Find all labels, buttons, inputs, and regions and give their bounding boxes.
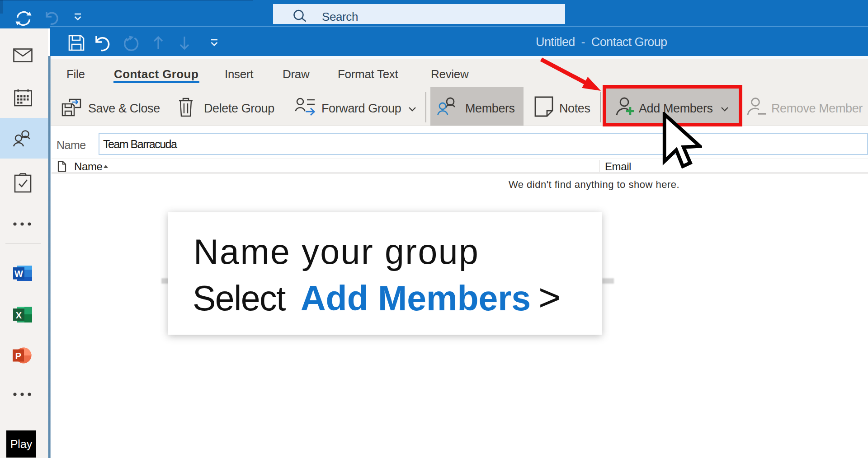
svg-text:P: P <box>15 351 21 361</box>
svg-text:X: X <box>16 310 22 320</box>
svg-text:W: W <box>14 269 23 279</box>
